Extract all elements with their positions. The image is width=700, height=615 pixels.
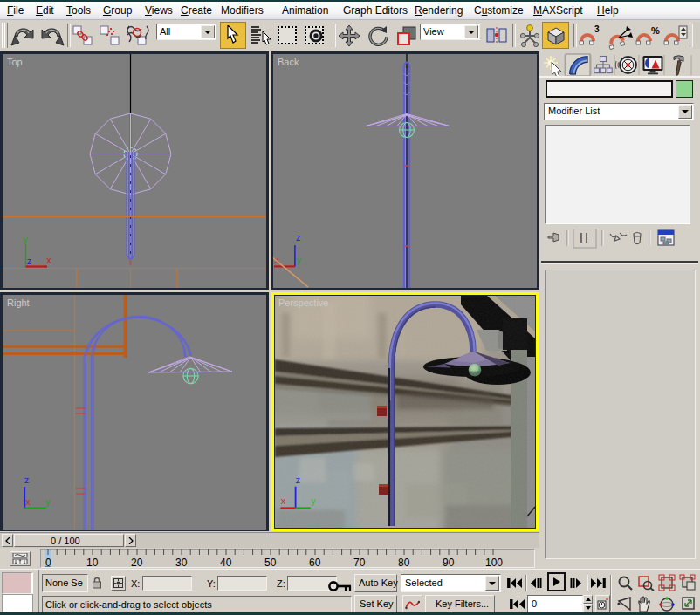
svg-text:Top: Top: [7, 57, 23, 67]
svg-text:100: 100: [485, 557, 503, 568]
svg-text:70: 70: [353, 557, 366, 568]
svg-text:60: 60: [309, 557, 321, 568]
svg-text:10: 10: [86, 557, 99, 568]
svg-text:Perspective: Perspective: [278, 297, 328, 308]
svg-text:x: x: [46, 256, 51, 266]
svg-text:x: x: [280, 497, 285, 507]
svg-text:30: 30: [175, 557, 188, 568]
svg-text:40: 40: [220, 557, 232, 568]
svg-text:90: 90: [443, 557, 455, 568]
svg-text:z: z: [296, 234, 301, 243]
svg-text:80: 80: [398, 557, 410, 568]
svg-text:Back: Back: [278, 57, 299, 67]
svg-text:20: 20: [131, 557, 143, 568]
svg-text:x: x: [25, 498, 31, 508]
svg-text:y: y: [23, 236, 28, 245]
svg-text:0: 0: [45, 557, 51, 568]
svg-text:z: z: [295, 476, 300, 486]
svg-text:z: z: [27, 257, 32, 267]
svg-text:50: 50: [264, 557, 277, 568]
svg-text:y: y: [311, 497, 316, 507]
svg-text:y: y: [296, 256, 301, 266]
svg-text:Right: Right: [7, 297, 30, 308]
svg-text:3: 3: [594, 24, 600, 34]
svg-text:%: %: [651, 25, 660, 36]
svg-text:z: z: [24, 476, 30, 486]
svg-text:y: y: [45, 498, 51, 508]
